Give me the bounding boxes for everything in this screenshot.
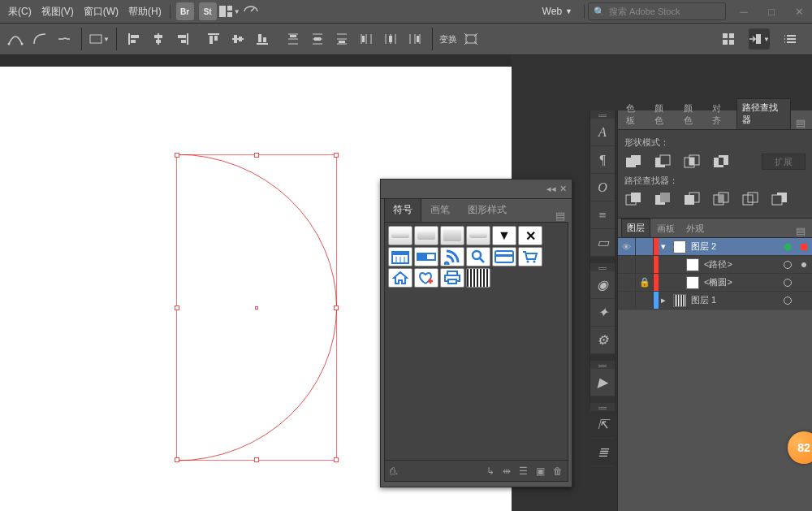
align-vcenter-icon[interactable] [227,28,248,50]
layer-name[interactable]: 图层 2 [691,240,780,253]
unite-icon[interactable] [624,154,642,169]
lock-icon[interactable]: 🔒 [636,274,654,291]
symbol-cart[interactable] [518,247,542,266]
symbol-card[interactable] [492,247,516,266]
tool-arc-icon[interactable] [29,28,50,50]
symbol-rss[interactable] [440,247,464,266]
handle-tr[interactable] [334,153,339,158]
handle-bm[interactable] [254,457,259,462]
visibility-icon[interactable]: 👁 [618,238,636,255]
lock-col[interactable] [636,256,654,273]
visibility-icon[interactable] [618,292,636,309]
symbol-break-icon[interactable]: ⇹ [503,466,511,477]
tab-pathfinder[interactable]: 路径查找器 [736,98,791,129]
dock-paragraph-icon[interactable]: ¶ [590,146,615,174]
symbols-panel[interactable]: ◂◂ ✕ 符号 画笔 图形样式 ▤ ▼ ✕ [380,179,572,487]
document-tab-bar[interactable] [0,55,512,67]
stock-button[interactable]: St [199,2,217,20]
window-minimize[interactable]: ─ [734,6,754,18]
minus-front-icon[interactable] [654,154,672,169]
symbol-bar-3[interactable] [440,226,464,245]
isolate-icon[interactable] [460,28,482,50]
align-left-icon[interactable] [123,28,145,50]
symbol-heart-add[interactable] [414,268,438,288]
merge-icon[interactable] [683,192,701,206]
visibility-icon[interactable] [618,256,636,273]
layer-name[interactable]: <路径> [704,258,780,271]
align-bottom-icon[interactable] [252,28,273,50]
tab-appearance[interactable]: 外观 [681,220,709,237]
dock-stroke-icon[interactable]: ▭ [590,229,615,257]
dist-1-icon[interactable] [283,28,304,50]
lock-col[interactable] [636,238,654,255]
dist-3-icon[interactable] [331,28,352,50]
tool-shape-icon[interactable]: ▼ [89,28,110,50]
dock-libraries-icon[interactable]: ≣ [590,439,615,466]
target-icon[interactable] [780,279,796,287]
symbol-progress[interactable] [414,247,438,266]
panel-dock-icon[interactable]: ▼ [749,28,770,50]
bridge-button[interactable]: Br [176,2,194,20]
menu-view[interactable]: 视图(V) [37,2,79,22]
handle-tl[interactable] [175,153,179,158]
disclosure-icon[interactable]: ▸ [659,295,668,305]
workspace-switcher[interactable]: Web▼ [542,6,572,17]
exclude-icon[interactable] [712,154,730,169]
panel-list-icon[interactable] [780,28,801,50]
dock-export-icon[interactable]: ⇱ [590,411,615,439]
window-close[interactable]: ✕ [789,6,809,18]
target-icon[interactable] [780,261,796,269]
minus-back-icon[interactable] [771,192,788,206]
layer-name[interactable]: <椭圆> [704,276,780,288]
panel-header[interactable]: ◂◂ ✕ [381,180,572,199]
symbol-calendar[interactable] [388,247,412,266]
panel-menu-icon[interactable]: ▤ [793,117,809,129]
symbol-bar-4[interactable] [466,226,490,245]
disclosure-icon[interactable]: ▾ [659,241,668,252]
select-indicator[interactable] [796,244,812,250]
tab-brushes[interactable]: 画笔 [421,198,459,222]
layer-row[interactable]: 🔒 <椭圆> [618,274,812,292]
tab-color[interactable]: 颜色 [650,100,676,129]
layer-row[interactable]: 👁 ▾ 图层 2 [618,238,812,256]
symbol-home[interactable] [388,268,412,288]
tab-swatches[interactable]: 色板 [621,100,648,129]
dock-appearance-icon[interactable]: ◉ [590,271,615,299]
symbol-keyboard[interactable] [466,268,490,288]
panel-close-icon[interactable]: ✕ [559,184,567,194]
symbol-close[interactable]: ✕ [518,226,542,245]
dock-transparency-icon[interactable]: ✦ [590,299,615,327]
layer-name[interactable]: 图层 1 [691,294,780,306]
handle-bl[interactable] [175,457,179,462]
panel-menu-icon[interactable]: ▤ [552,210,568,222]
tab-artboards[interactable]: 画板 [652,220,680,237]
dist-2-icon[interactable] [307,28,328,50]
tab-align[interactable]: 对齐 [707,100,734,129]
gpu-icon[interactable] [240,2,261,20]
tab-graphic-styles[interactable]: 图形样式 [459,198,516,222]
dist-4-icon[interactable] [356,28,377,50]
divide-icon[interactable] [624,192,642,206]
select-indicator[interactable] [796,262,812,267]
layer-row[interactable]: ▸ 图层 1 [618,292,812,310]
handle-mr[interactable] [334,305,339,310]
tab-color-guide[interactable]: 颜色 [679,100,706,129]
symbol-search[interactable] [466,247,490,266]
trash-icon[interactable]: 🗑 [553,466,563,477]
arrange-icon[interactable]: ▼ [219,2,240,20]
menu-window[interactable]: 窗口(W) [79,2,123,22]
panel-grid-icon[interactable] [718,28,739,50]
symbol-bar-1[interactable] [388,226,412,245]
dock-glyphs-icon[interactable]: ≡ [590,201,615,229]
transform-label[interactable]: 变换 [439,28,457,50]
align-top-icon[interactable] [203,28,224,50]
target-icon[interactable] [780,297,796,305]
handle-ml[interactable] [175,305,179,310]
align-right-icon[interactable] [172,28,193,50]
menu-effect[interactable]: 果(C) [3,2,37,22]
tab-layers[interactable]: 图层 [621,219,650,237]
dock-character-icon[interactable]: A [590,119,615,146]
symbol-print[interactable] [440,268,464,288]
stock-search[interactable]: 🔍 搜索 Adobe Stock [588,2,726,20]
panel-collapse-icon[interactable]: ◂◂ [546,184,556,194]
